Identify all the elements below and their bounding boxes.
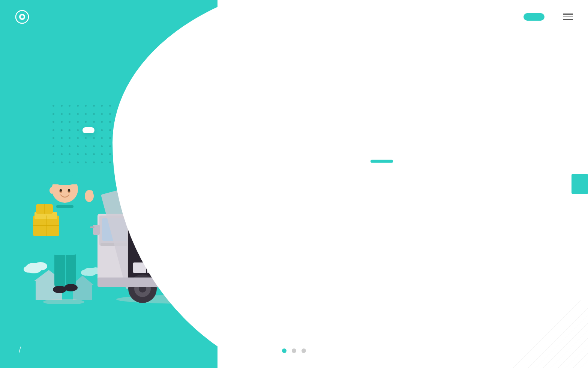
indicator-3[interactable] bbox=[302, 348, 306, 353]
logo-area[interactable] bbox=[15, 10, 33, 24]
slide-indicators bbox=[282, 348, 306, 353]
accent-bar bbox=[370, 160, 393, 163]
nav-links bbox=[478, 13, 573, 21]
deco-lines bbox=[513, 300, 588, 368]
headline bbox=[370, 174, 550, 202]
svg-point-13 bbox=[21, 15, 24, 18]
hamburger-menu[interactable] bbox=[563, 14, 573, 20]
svg-rect-88 bbox=[56, 205, 74, 208]
svg-line-1 bbox=[520, 300, 588, 368]
logo-icon bbox=[15, 10, 29, 24]
svg-rect-72 bbox=[89, 190, 93, 198]
indicator-1[interactable] bbox=[282, 348, 286, 353]
right-content bbox=[370, 160, 550, 214]
svg-line-8 bbox=[573, 300, 588, 368]
stars-badge bbox=[82, 127, 94, 133]
page-counter: / bbox=[19, 345, 21, 355]
svg-point-87 bbox=[50, 187, 54, 194]
prev-arrow[interactable] bbox=[0, 174, 16, 194]
svg-point-85 bbox=[60, 189, 62, 192]
worker-svg bbox=[30, 146, 98, 304]
indicator-2[interactable] bbox=[292, 348, 296, 353]
svg-line-4 bbox=[543, 300, 588, 368]
svg-point-67 bbox=[64, 284, 78, 291]
svg-point-86 bbox=[68, 189, 70, 192]
svg-rect-82 bbox=[49, 180, 56, 183]
navbar bbox=[0, 0, 588, 34]
svg-line-2 bbox=[528, 300, 588, 368]
svg-rect-65 bbox=[66, 251, 76, 287]
svg-line-6 bbox=[558, 300, 588, 368]
svg-rect-64 bbox=[54, 251, 65, 289]
next-arrow[interactable] bbox=[572, 174, 588, 194]
signup-button[interactable] bbox=[524, 13, 544, 21]
svg-point-63 bbox=[43, 299, 84, 304]
